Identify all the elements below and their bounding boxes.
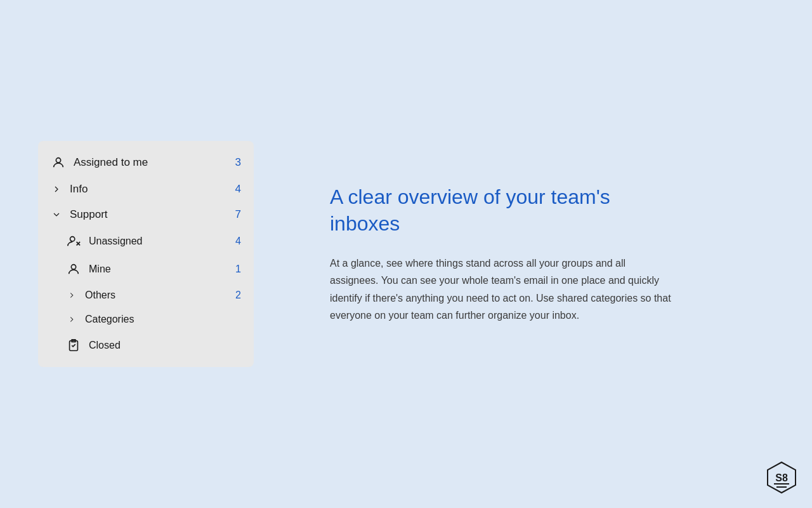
info-label: Info: [70, 183, 228, 196]
closed-label: Closed: [89, 340, 233, 351]
sidebar-subitem-unassigned[interactable]: Unassigned 4: [38, 227, 254, 255]
categories-label: Categories: [85, 314, 233, 325]
person-icon: [51, 155, 66, 170]
svg-point-1: [70, 237, 75, 241]
svg-point-4: [71, 265, 75, 269]
others-label: Others: [85, 290, 228, 301]
sidebar-subitem-mine[interactable]: Mine 1: [38, 255, 254, 283]
sidebar-subitem-closed[interactable]: Closed: [38, 331, 254, 359]
chevron-down-icon: [51, 209, 62, 220]
unassigned-count: 4: [235, 236, 241, 247]
info-count: 4: [235, 183, 241, 196]
sidebar-subitem-others[interactable]: Others 2: [38, 283, 254, 307]
main-container: Assigned to me 3 Info 4 Support 7: [0, 0, 812, 508]
support-label: Support: [70, 208, 228, 221]
logo: S8: [764, 460, 799, 495]
person-icon-mine: [66, 262, 81, 277]
mine-count: 1: [235, 264, 241, 275]
assigned-to-me-label: Assigned to me: [74, 156, 228, 169]
chevron-right-icon: [51, 184, 62, 195]
others-count: 2: [235, 290, 241, 301]
unassigned-label: Unassigned: [89, 236, 228, 247]
sidebar: Assigned to me 3 Info 4 Support 7: [38, 141, 254, 367]
chevron-right-icon-others: [66, 290, 77, 301]
svg-point-0: [56, 158, 60, 163]
person-cross-icon: [66, 234, 81, 249]
content-title: A clear overview of your team's inboxes: [330, 184, 672, 237]
sidebar-item-assigned-to-me[interactable]: Assigned to me 3: [38, 149, 254, 177]
content-body: At a glance, see where things stand acro…: [330, 255, 672, 324]
mine-label: Mine: [89, 264, 228, 275]
chevron-right-icon-categories: [66, 314, 77, 325]
clipboard-check-icon: [66, 338, 81, 353]
support-count: 7: [235, 208, 241, 221]
sidebar-item-info[interactable]: Info 4: [38, 177, 254, 202]
content-area: A clear overview of your team's inboxes …: [304, 171, 698, 337]
sidebar-subitem-categories[interactable]: Categories: [38, 307, 254, 331]
svg-text:S8: S8: [775, 472, 788, 483]
sidebar-item-support[interactable]: Support 7: [38, 202, 254, 227]
assigned-to-me-count: 3: [235, 156, 241, 169]
